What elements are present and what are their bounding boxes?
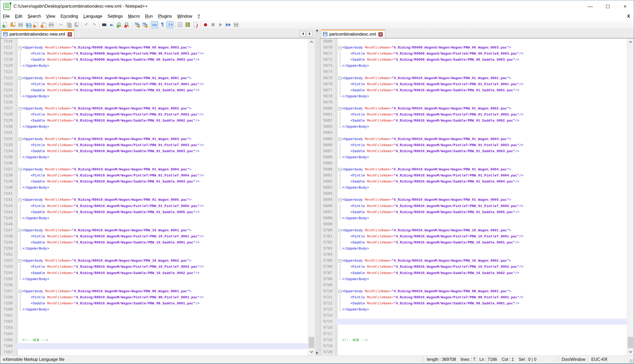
fold-marker[interactable] [18,106,22,112]
line-number[interactable]: 5700 [320,227,335,233]
bookmark-margin[interactable] [15,124,18,130]
fold-marker[interactable] [338,57,342,63]
code-line[interactable]: 7160</UppderBody> [1,306,308,313]
code-line[interactable]: 7130</UppderBody> [1,124,308,130]
line-number[interactable]: 5718 [320,337,335,343]
bookmark-margin[interactable] [15,118,18,124]
code-text[interactable]: <Pintle MeshFileName="4_Riding/R0010_Wag… [22,233,308,240]
code-line[interactable]: 5701 <Pintle MeshFileName="4_Riding/R001… [320,233,627,240]
code-text[interactable]: <Saddle MeshFileName="4_Riding/R0010_Wag… [22,148,308,154]
line-number[interactable]: 7133 [1,142,15,148]
fold-marker[interactable] [18,288,22,294]
fold-marker[interactable] [18,203,22,209]
fold-marker[interactable] [338,93,342,99]
code-line[interactable]: 5707 <Saddle MeshFileName="4_Riding/R001… [320,270,627,276]
bookmark-margin[interactable] [335,173,338,179]
code-text[interactable]: <Upperbody MeshFileName="4_Riding/R0010_… [342,166,627,173]
code-line[interactable]: 7135</UppderBody> [1,154,308,160]
code-text[interactable]: <Pintle MeshFileName="4_Riding/R0010_Wag… [22,81,308,87]
bookmark-margin[interactable] [335,45,338,51]
menu-encoding[interactable]: Encoding [58,13,81,20]
code-text[interactable]: <Pintle MeshFileName="4_Riding/R0010_Wag… [342,81,627,87]
code-text[interactable]: <Saddle MeshFileName="4_Riding/R0010_Wag… [22,87,308,93]
line-number[interactable]: 5677 [320,87,335,93]
scrollbar-track[interactable] [308,45,315,349]
bookmark-margin[interactable] [15,99,18,106]
close-button[interactable]: × [616,0,634,12]
code-text[interactable]: <Pintle MeshFileName="4_Riding/R0009_Wag… [22,51,308,57]
fold-marker[interactable] [338,106,342,112]
line-number[interactable]: 7150 [1,246,15,252]
line-number[interactable]: 5671 [320,51,335,57]
bookmark-margin[interactable] [335,112,338,118]
tab-partcombinationdesc[interactable]: partcombinationdesc.xml × [321,29,385,38]
bookmark-margin[interactable] [15,313,18,319]
line-number[interactable]: 7116 [1,39,15,45]
code-text[interactable] [342,99,627,106]
bookmark-margin[interactable] [15,160,18,166]
code-text[interactable] [342,130,627,136]
code-text[interactable]: <Upperbody MeshFileName="4_Riding/R0010_… [342,106,627,112]
menu-view[interactable]: View [44,13,58,20]
sync-vertical-scroll-icon[interactable] [134,21,141,28]
bookmark-margin[interactable] [15,173,18,179]
code-text[interactable]: </UppderBody> [22,215,308,221]
define-language-icon[interactable]: ϟ [177,21,184,28]
bookmark-margin[interactable] [335,233,338,240]
code-text[interactable] [22,39,308,45]
bookmark-margin[interactable] [335,197,338,203]
bookmark-margin[interactable] [335,39,338,45]
bookmark-margin[interactable] [335,136,338,142]
fold-marker[interactable] [338,124,342,130]
code-line[interactable]: 5713</UppderBody> [320,306,627,313]
close-all-icon[interactable]: − [40,21,47,28]
line-number[interactable]: 7124 [1,87,15,93]
code-line[interactable]: 5691 <Pintle MeshFileName="4_Riding/R001… [320,173,627,179]
code-text[interactable] [342,282,627,288]
code-line[interactable]: 5672 <Saddle MeshFileName="4_Riding/R000… [320,57,627,63]
redo-icon[interactable]: ↷ [90,21,98,28]
fold-marker[interactable] [18,276,22,282]
fold-marker[interactable] [338,203,342,209]
resize-grip[interactable] [622,356,634,363]
line-number[interactable]: 5715 [320,319,335,325]
code-text[interactable] [342,313,627,319]
code-line[interactable]: 5712 <Saddle MeshFileName="4_Riding/R001… [320,300,627,306]
bookmark-margin[interactable] [335,160,338,166]
code-text[interactable]: <Upperbody MeshFileName="4_Riding/R0010_… [342,197,627,203]
line-number[interactable]: 7140 [1,185,15,191]
code-line[interactable]: 7161 [1,313,308,319]
fold-marker[interactable] [18,306,22,313]
fold-marker[interactable] [18,75,22,81]
bookmark-margin[interactable] [15,319,18,325]
code-text[interactable]: </UppderBody> [342,93,627,99]
code-text[interactable]: <Pintle MeshFileName="4_Riding/R0010_Wag… [342,233,627,240]
line-number[interactable]: 5697 [320,209,335,215]
fold-marker[interactable] [18,215,22,221]
left-code-area[interactable]: 71167117<Upperbody MeshFileName="4_Ridin… [1,39,308,355]
bookmark-margin[interactable] [335,179,338,185]
scroll-up-arrow[interactable] [627,39,634,45]
code-text[interactable] [342,160,627,166]
code-line[interactable]: 7122<Upperbody MeshFileName="4_Riding/R0… [1,75,308,81]
code-text[interactable] [342,343,627,349]
bookmark-margin[interactable] [15,197,18,203]
code-line[interactable]: 7144 <Saddle MeshFileName="4_Riding/R001… [1,209,308,215]
code-text[interactable]: <Saddle MeshFileName="4_Riding/R0010_Wag… [22,240,308,246]
line-number[interactable]: 7146 [1,221,15,227]
bookmark-margin[interactable] [15,154,18,160]
save-file-icon[interactable] [17,21,24,28]
fold-marker[interactable] [18,240,22,246]
bookmark-margin[interactable] [15,233,18,240]
bookmark-margin[interactable] [335,349,338,355]
code-text[interactable]: <Saddle MeshFileName="4_Riding/R0010_Wag… [342,300,627,306]
line-number[interactable]: 5687 [320,148,335,154]
bookmark-margin[interactable] [15,325,18,331]
line-number[interactable]: 5699 [320,221,335,227]
line-number[interactable]: 5679 [320,99,335,106]
menu-window[interactable]: Window [175,13,195,20]
bookmark-margin[interactable] [335,300,338,306]
menu-language[interactable]: Language [81,13,105,20]
bookmark-margin[interactable] [335,325,338,331]
code-line[interactable]: 5680<Upperbody MeshFileName="4_Riding/R0… [320,106,627,112]
